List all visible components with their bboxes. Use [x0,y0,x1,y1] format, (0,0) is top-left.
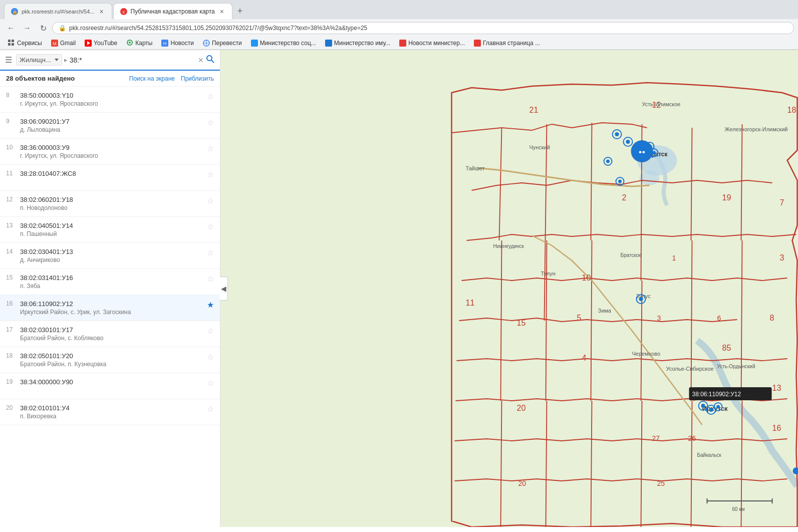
collapse-panel-button[interactable]: ◀ [220,277,228,301]
svg-point-113 [701,404,705,408]
youtube-icon [85,40,92,47]
bookmark-main-label: Главная страница ... [483,40,540,47]
address-bar[interactable]: 🔒 pkk.rosreestr.ru/#/search/54.252815373… [52,22,794,34]
main-page-icon [474,40,481,47]
search-bar: ☰ Жилищн... ▸ ✕ [0,50,220,71]
svg-text:25: 25 [657,479,665,487]
search-on-screen-button[interactable]: Поиск на экране [129,75,175,82]
bookmark-translate-label: Перевести [212,40,242,47]
result-star-18[interactable]: ☆ [207,352,214,362]
result-item-16[interactable]: 16 38:06:110902:У12 Иркутский Район, с. … [0,295,220,321]
bookmark-news[interactable]: Н Новости [157,38,197,48]
result-item-17[interactable]: 17 38:02:030101:У17 Братский Район, с. К… [0,321,220,347]
svg-text:11: 11 [466,299,475,307]
bookmark-maps[interactable]: Карты [122,38,156,48]
result-item-19[interactable]: 19 38:34:000000:У90 ☆ [0,373,220,399]
result-content-14: 38:02:030401:У13 д. Анчириково [20,248,203,263]
result-code-13: 38:02:040501:У14 [20,222,203,229]
svg-text:●●: ●● [639,149,645,155]
result-code-11: 38:28:010407:ЖС8 [20,170,203,177]
result-content-15: 38:02:031401:У16 п. Зяба [20,274,203,290]
tab-2-title: Публичная кадастровая карта [131,8,215,15]
result-star-11[interactable]: ☆ [207,170,214,179]
svg-rect-4 [8,40,11,42]
tab-1[interactable]: 🔒 pkk.rosreestr.ru/#/search/54... × [4,3,112,19]
svg-line-24 [211,60,214,63]
bookmark-services-label: Сервисы [17,40,42,47]
search-category-label: Жилищн... [20,56,51,64]
svg-point-99 [615,132,619,136]
result-num-18: 18 [6,352,16,359]
svg-text:Байкальск: Байкальск [697,452,722,458]
reload-button[interactable]: ↻ [36,21,50,35]
result-item-10[interactable]: 10 38:36:000003:У9 г. Иркутск, ул. Яросл… [0,139,220,165]
result-num-10: 10 [6,144,16,151]
svg-text:21: 21 [529,106,539,114]
result-code-9: 38:06:090201:У7 [20,118,203,125]
result-addr-10: г. Иркутск, ул. Ярославского [20,152,203,159]
search-category-selector[interactable]: Жилищн... [16,54,62,66]
result-item-18[interactable]: 18 38:02:050101:У20 Братский Район, п. К… [0,347,220,373]
bookmark-main[interactable]: Главная страница ... [470,38,544,48]
result-addr-16: Иркутский Район, с. Урик, ул. Загоскина [20,309,203,316]
result-star-13[interactable]: ☆ [207,222,214,231]
bookmark-ministry-imu[interactable]: Министерство иму... [321,38,394,48]
bookmark-youtube[interactable]: YouTube [81,38,121,48]
svg-text:К: К [122,10,125,15]
zoom-in-button[interactable]: Приблизить [181,75,214,82]
result-addr-14: д. Анчириково [20,256,203,263]
search-panel: ☰ Жилищн... ▸ ✕ 28 объектов найдено Поис… [0,50,220,527]
hamburger-icon[interactable]: ☰ [5,55,12,65]
bookmark-gmail[interactable]: M Gmail [47,38,80,48]
svg-text:Усолье-Сибирское: Усолье-Сибирское [666,366,714,372]
back-button[interactable]: ← [4,21,18,35]
svg-text:3: 3 [657,314,661,322]
tab-1-favicon: 🔒 [11,8,19,16]
result-item-12[interactable]: 12 38:02:060201:У18 п. Новодолоново ☆ [0,191,220,217]
result-item-15[interactable]: 15 38:02:031401:У16 п. Зяба ☆ [0,269,220,295]
svg-text:5: 5 [577,314,582,322]
result-star-19[interactable]: ☆ [207,378,214,388]
result-item-8[interactable]: 8 38:50:000003:Y10 г. Иркутск, ул. Яросл… [0,87,220,113]
result-content-18: 38:02:050101:У20 Братский Район, п. Кузн… [20,352,203,368]
bookmark-services[interactable]: Сервисы [4,38,46,48]
svg-rect-5 [12,40,14,42]
new-tab-button[interactable]: + [233,6,247,17]
tab-2-close[interactable]: × [218,8,226,16]
result-star-17[interactable]: ☆ [207,326,214,336]
result-code-20: 38:02:010101:У4 [20,404,203,412]
tab-1-close[interactable]: × [98,8,106,16]
result-item-9[interactable]: 9 38:06:090201:У7 д. Лыловщина ☆ [0,113,220,139]
map-area[interactable]: 21 12 18 7 2 19 3 11 10 15 5 4 85 20 13 … [220,50,798,527]
result-item-11[interactable]: 11 38:28:010407:ЖС8 ☆ [0,165,220,191]
result-num-9: 9 [6,118,16,125]
result-code-8: 38:50:000003:Y10 [20,92,203,99]
result-addr-13: п. Пашенный [20,230,203,237]
svg-text:15: 15 [517,319,526,327]
result-item-14[interactable]: 14 38:02:030401:У13 д. Анчириково ☆ [0,243,220,269]
result-star-12[interactable]: ☆ [207,196,214,205]
svg-rect-20 [325,40,332,47]
bookmark-ministry-news[interactable]: Новости министер... [395,38,469,48]
result-star-8[interactable]: ☆ [207,92,214,101]
result-item-20[interactable]: 20 38:02:010101:У4 п. Вихоревка ☆ [0,399,220,425]
result-star-9[interactable]: ☆ [207,118,214,127]
search-input[interactable] [70,56,198,64]
bookmark-ministry-soc[interactable]: Министерство соц... [247,38,320,48]
search-go-icon[interactable] [206,55,215,66]
svg-point-105 [652,151,656,155]
result-addr-12: п. Новодолоново [20,204,203,211]
result-star-16[interactable]: ★ [207,300,214,310]
result-star-15[interactable]: ☆ [207,274,214,284]
tab-2[interactable]: К Публичная кадастровая карта × [113,3,232,19]
result-item-13[interactable]: 13 38:02:040501:У14 п. Пашенный ☆ [0,217,220,243]
result-star-20[interactable]: ☆ [207,404,214,414]
bookmark-ministry-imu-label: Министерство иму... [334,40,390,47]
result-star-10[interactable]: ☆ [207,144,214,153]
forward-button[interactable]: → [20,21,34,35]
svg-text:Тайшет: Тайшет [466,165,485,171]
result-star-14[interactable]: ☆ [207,248,214,257]
bookmark-translate[interactable]: Перевести [199,38,246,48]
search-clear-icon[interactable]: ✕ [198,56,204,64]
lock-icon: 🔒 [59,25,66,32]
